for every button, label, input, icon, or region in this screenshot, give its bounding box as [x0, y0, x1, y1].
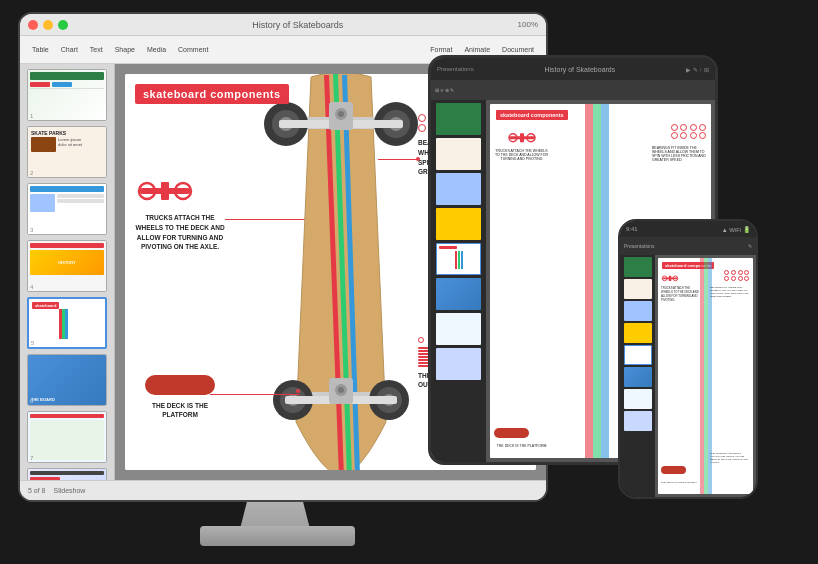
slide-thumb-5[interactable]: skateboard 5	[27, 297, 107, 349]
tablet-title: History of Skateboards	[478, 66, 682, 73]
tablet-thumb-6[interactable]	[436, 278, 481, 310]
phone-thumb-5[interactable]	[624, 345, 652, 365]
media-button[interactable]: Media	[143, 44, 170, 55]
phone-truck-icon	[661, 273, 679, 284]
phone-sidebar[interactable]	[620, 255, 655, 497]
animate-button[interactable]: Animate	[460, 44, 494, 55]
tablet-titlebar: Presentations History of Skateboards ▶ ✎…	[431, 58, 715, 80]
slide-thumb-6[interactable]: THE BOARD 6	[27, 354, 107, 406]
truck-annotation: TRUCKS ATTACH THE WHEELS TO THE DECK AND…	[135, 174, 225, 252]
slide-count: 5 of 8	[28, 487, 46, 494]
bearing-connector	[378, 159, 418, 160]
tablet-thumb-2[interactable]	[436, 138, 481, 170]
svg-point-25	[338, 387, 344, 393]
table-button[interactable]: Table	[28, 44, 53, 55]
slide-thumb-3[interactable]: 3	[27, 183, 107, 235]
app-title: History of Skateboards	[252, 20, 343, 30]
titlebar: History of Skateboards 100%	[20, 14, 546, 36]
phone-thumb-1[interactable]	[624, 257, 652, 277]
titlebar-right: 100%	[518, 20, 538, 29]
tablet-toolbar: ⊞ ≡ ⊕ ✎	[431, 80, 715, 100]
phone-time: 9:41	[626, 226, 638, 232]
phone: 9:41 ▲ WiFi 🔋 Presentations ✎ skateboard…	[618, 219, 758, 499]
view-label: Slideshow	[54, 487, 86, 494]
phone-thumb-8[interactable]	[624, 411, 652, 431]
deck-dot	[296, 389, 300, 393]
tablet-thumb-4[interactable]	[436, 208, 481, 240]
phone-thumb-2[interactable]	[624, 279, 652, 299]
svg-rect-33	[669, 276, 671, 281]
tablet-thumb-8[interactable]	[436, 348, 481, 380]
tablet-thumb-1[interactable]	[436, 103, 481, 135]
truck-icon	[135, 174, 195, 209]
svg-rect-3	[161, 182, 169, 200]
svg-rect-29	[520, 133, 524, 142]
screw-dot-1	[418, 337, 424, 343]
tablet-thumb-7[interactable]	[436, 313, 481, 345]
deck-oval	[145, 375, 215, 395]
bearing-dot-end	[416, 157, 420, 161]
traffic-lights	[28, 20, 68, 30]
phone-thumb-6[interactable]	[624, 367, 652, 387]
titlebar-center: History of Skateboards	[78, 20, 518, 30]
fullscreen-button[interactable]	[58, 20, 68, 30]
slide-thumb-7[interactable]: 7	[27, 411, 107, 463]
slide-thumb-8[interactable]: 8	[27, 468, 107, 480]
slide-thumb-4[interactable]: HISTORY 4	[27, 240, 107, 292]
tablet-sidebar[interactable]	[431, 100, 486, 462]
phone-statusbar: 9:41 ▲ WiFi 🔋	[620, 221, 756, 237]
phone-thumb-3[interactable]	[624, 301, 652, 321]
minimize-button[interactable]	[43, 20, 53, 30]
deck-annotation: THE DECK IS THE PLATFORM	[135, 375, 225, 421]
monitor-foot	[200, 526, 355, 546]
deck-connector	[210, 394, 300, 395]
slide-thumb-1[interactable]: 1	[27, 69, 107, 121]
phone-slide: skateboard components TRUCKS ATTACH THE …	[658, 258, 753, 494]
zoom-label: 100%	[518, 20, 538, 29]
tablet-thumb-3[interactable]	[436, 173, 481, 205]
phone-toolbar: Presentations ✎	[620, 237, 756, 255]
shape-button[interactable]: Shape	[111, 44, 139, 55]
tablet-slide-title: skateboard components	[496, 110, 568, 120]
svg-point-14	[338, 111, 344, 117]
phone-canvas[interactable]: skateboard components TRUCKS ATTACH THE …	[655, 255, 756, 497]
phone-thumb-7[interactable]	[624, 389, 652, 409]
deck-text: THE DECK IS THE PLATFORM	[135, 401, 225, 421]
chart-button[interactable]: Chart	[57, 44, 82, 55]
text-button[interactable]: Text	[86, 44, 107, 55]
format-button[interactable]: Format	[426, 44, 456, 55]
phone-main: skateboard components TRUCKS ATTACH THE …	[620, 255, 756, 497]
phone-screen: 9:41 ▲ WiFi 🔋 Presentations ✎ skateboard…	[620, 221, 756, 497]
phone-status-icons: ▲ WiFi 🔋	[722, 226, 750, 233]
truck-text: TRUCKS ATTACH THE WHEELS TO THE DECK AND…	[135, 213, 225, 252]
slide-title: skateboard components	[135, 84, 289, 104]
phone-thumb-4[interactable]	[624, 323, 652, 343]
bearing-dot-1	[418, 114, 426, 122]
document-button[interactable]: Document	[498, 44, 538, 55]
comment-button[interactable]: Comment	[174, 44, 212, 55]
tablet-thumb-5[interactable]	[436, 243, 481, 275]
slide-panel[interactable]: 1 SKATE PARKS Lorem ipsumdolor sit amet …	[20, 64, 115, 480]
bottom-bar: 5 of 8 Slideshow	[20, 480, 546, 500]
close-button[interactable]	[28, 20, 38, 30]
bearing-dot-5	[418, 124, 426, 132]
slide-thumb-2[interactable]: SKATE PARKS Lorem ipsumdolor sit amet 2	[27, 126, 107, 178]
